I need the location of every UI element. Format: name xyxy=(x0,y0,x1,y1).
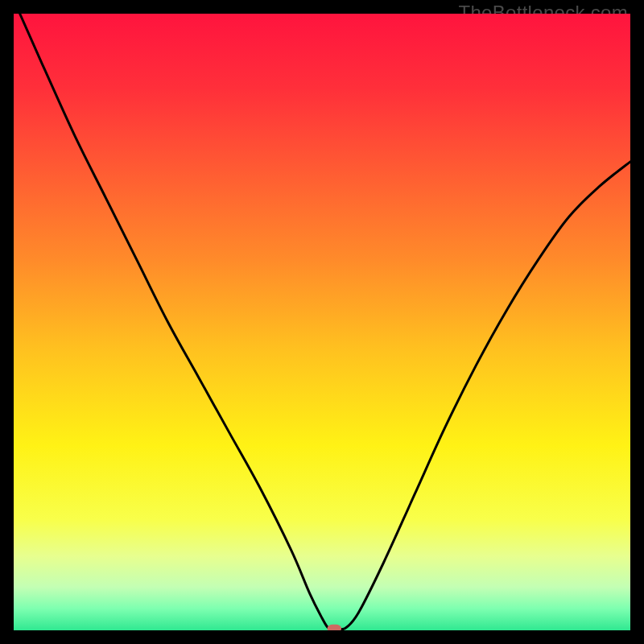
chart-svg xyxy=(14,14,630,630)
gradient-background xyxy=(14,14,630,630)
plot-area xyxy=(14,14,630,630)
optimal-marker xyxy=(328,625,342,630)
chart-container: TheBottleneck.com xyxy=(0,0,644,644)
